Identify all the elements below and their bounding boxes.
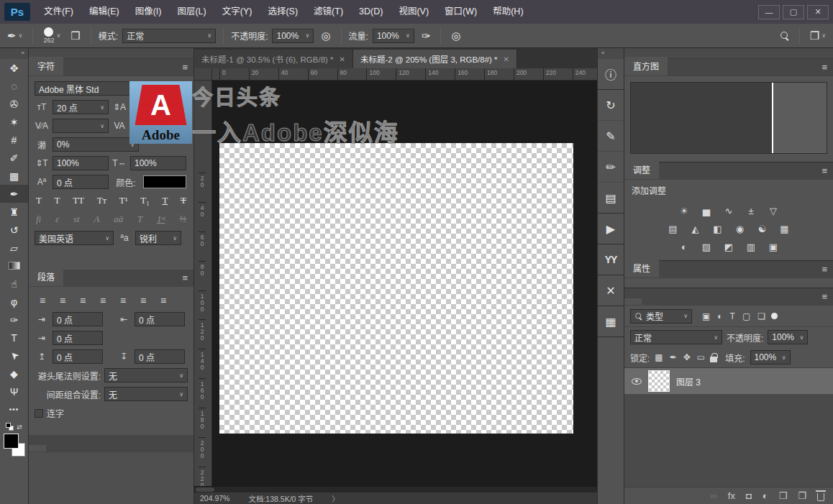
blend-mode-dropdown[interactable]: 正常 ∨ <box>122 29 216 43</box>
horizontal-scale-field[interactable]: 100% <box>130 156 186 170</box>
kerning-dropdown[interactable]: ∨ <box>53 119 109 133</box>
yy-panel-icon[interactable]: YY <box>598 244 624 275</box>
new-adjustment-icon[interactable]: ◐ <box>763 490 768 501</box>
vertical-scale-field[interactable]: 100% <box>53 156 109 170</box>
style-button[interactable]: T¹ <box>119 195 128 206</box>
tab-swatches[interactable] <box>29 445 46 452</box>
brushes-panel-icon[interactable]: ✎ <box>598 121 624 152</box>
space-before-field[interactable]: 0 点 <box>53 349 103 364</box>
swap-colors-icon[interactable]: ⇄ <box>17 423 22 431</box>
layer-row-selected[interactable]: 图层 3 <box>624 368 833 394</box>
menu-item[interactable]: 3D(D) <box>351 0 391 24</box>
opentype-button[interactable]: T <box>137 214 142 225</box>
close-button[interactable]: ✕ <box>807 5 829 19</box>
history-panel-icon[interactable]: ↻ <box>598 90 624 121</box>
scrollbar-thumb[interactable] <box>196 487 214 492</box>
font-size-dropdown[interactable]: 20 点 ∨ <box>53 100 109 114</box>
info-panel-icon[interactable]: ⓘ <box>598 59 624 90</box>
tab-adjustments[interactable]: 调整 <box>624 160 659 179</box>
baseline-shift-field[interactable]: 0 点 <box>53 175 109 189</box>
filter-pixel-icon[interactable]: ▣ <box>702 311 710 321</box>
new-layer-icon[interactable]: ❐ <box>798 490 806 501</box>
opentype-button[interactable]: fi <box>36 214 41 225</box>
glyphs-panel-icon[interactable]: ▦ <box>598 306 624 337</box>
type-tool[interactable]: T <box>0 329 28 347</box>
airbrush-button[interactable]: ✑ <box>419 29 434 42</box>
gradient-map-icon[interactable]: ▥ <box>743 240 759 253</box>
tab-properties[interactable]: 属性 <box>624 259 659 278</box>
marquee-tool[interactable]: ◌ <box>0 77 28 95</box>
opentype-button[interactable]: 1ˢᵗ <box>157 214 165 225</box>
tab-layers[interactable] <box>642 298 659 305</box>
panel-menu-icon[interactable]: ≡ <box>821 62 827 73</box>
vibrance-icon[interactable]: ▽ <box>765 204 781 217</box>
history-brush-tool[interactable]: ↺ <box>0 221 28 239</box>
filter-toggle-pin[interactable] <box>771 313 778 319</box>
menu-item[interactable]: 图层(L) <box>169 0 214 24</box>
language-dropdown[interactable]: 美国英语 ∨ <box>35 231 114 245</box>
status-chevron-icon[interactable]: 〉 <box>332 493 340 504</box>
tab-swatches[interactable] <box>46 445 63 452</box>
gradient-tool[interactable] <box>0 257 28 275</box>
eyedropper-tool[interactable]: ✐ <box>0 149 28 167</box>
filter-shape-icon[interactable]: ▢ <box>742 311 750 321</box>
menu-item[interactable]: 视图(V) <box>391 0 437 24</box>
default-colors-icon[interactable] <box>6 423 14 431</box>
style-button[interactable]: TT <box>73 195 84 206</box>
first-line-indent-field[interactable]: 0 点 <box>53 331 103 345</box>
path-select-tool[interactable]: ➤ <box>0 347 28 365</box>
visibility-eye-icon[interactable] <box>632 378 642 385</box>
lock-artboard-icon[interactable]: ▭ <box>697 352 705 362</box>
indent-left-field[interactable]: 0 点 <box>53 312 103 326</box>
opentype-button[interactable]: st <box>73 214 80 225</box>
document-tab[interactable]: 未标题-1 @ 30.5% (书 (6), RGB/8) * ✕ <box>194 50 353 68</box>
flow-dropdown[interactable]: 100% ∨ <box>373 29 414 43</box>
mojikumi-dropdown[interactable]: 无 ∨ <box>104 387 188 401</box>
document-tab[interactable]: 未标题-2 @ 205% (图层 3, RGB/8#) * ✕ <box>353 50 517 68</box>
color-balance-icon[interactable]: ◭ <box>688 222 704 235</box>
dodge-tool[interactable]: φ <box>0 293 28 311</box>
filter-adjustment-icon[interactable]: ◐ <box>717 311 722 321</box>
hand-tool[interactable]: Ψ <box>0 382 28 400</box>
panel-menu-icon[interactable]: ≡ <box>821 165 827 176</box>
toolbar-expand-button[interactable]: » <box>0 48 28 59</box>
menu-item[interactable]: 滤镜(T) <box>306 0 351 24</box>
color-lookup-icon[interactable]: ▦ <box>777 222 793 235</box>
foreground-color-swatch[interactable] <box>4 434 19 449</box>
align-button[interactable]: ≡ <box>55 293 70 308</box>
shape-tool[interactable]: ◆ <box>0 365 28 382</box>
anti-alias-dropdown[interactable]: 锐利 ∨ <box>135 231 181 245</box>
close-icon[interactable]: ✕ <box>340 55 345 63</box>
layer-blend-mode-dropdown[interactable]: 正常 ∨ <box>630 330 722 344</box>
pressure-opacity-button[interactable]: ◎ <box>318 29 333 42</box>
align-button[interactable]: ≡ <box>95 293 111 308</box>
layer-mask-icon[interactable]: ◘ <box>746 490 752 501</box>
selective-color-icon[interactable]: ▣ <box>765 240 781 253</box>
lock-paint-icon[interactable]: ✒ <box>670 352 677 362</box>
style-button[interactable]: Tᴛ <box>97 195 107 206</box>
align-button[interactable]: ≡ <box>155 293 171 308</box>
layer-group-icon[interactable]: ❒ <box>779 490 788 501</box>
close-icon[interactable]: ✕ <box>504 55 509 63</box>
style-button[interactable]: T <box>162 195 168 206</box>
tab-layers[interactable] <box>659 298 676 305</box>
panel-menu-icon[interactable]: ≡ <box>821 291 827 302</box>
exposure-icon[interactable]: ± <box>743 204 759 217</box>
brush-preset-picker[interactable]: 262 ∨ <box>40 26 63 45</box>
eraser-tool[interactable]: ▱ <box>0 239 28 257</box>
lasso-tool[interactable]: ✇ <box>0 95 28 113</box>
smoothing-button[interactable]: ◎ <box>448 29 463 42</box>
threshold-icon[interactable]: ◩ <box>721 240 737 253</box>
style-button[interactable]: T <box>36 195 42 206</box>
layer-thumbnail[interactable] <box>648 370 670 392</box>
panel-collapse-button[interactable]: « <box>598 48 624 59</box>
libraries-panel-icon[interactable]: ▤ <box>598 183 624 214</box>
search-button[interactable] <box>778 30 792 42</box>
space-after-field[interactable]: 0 点 <box>135 349 185 364</box>
opentype-button[interactable]: aā <box>114 214 123 225</box>
align-button[interactable]: ≡ <box>135 293 151 308</box>
current-tool-preset[interactable]: ✒ ∨ <box>4 29 25 42</box>
opentype-button[interactable]: ε <box>55 214 59 225</box>
fill-dropdown[interactable]: 100% ∨ <box>750 350 791 365</box>
opentype-button[interactable]: ½ <box>179 214 186 225</box>
